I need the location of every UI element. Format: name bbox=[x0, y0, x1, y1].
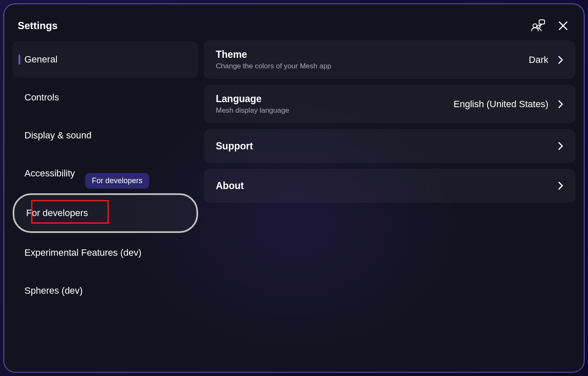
chevron-right-icon bbox=[558, 181, 564, 190]
sidebar-item-label: General bbox=[24, 54, 57, 65]
sidebar-item-label: Accessibility bbox=[24, 168, 75, 179]
chevron-right-icon bbox=[558, 141, 564, 151]
setting-right bbox=[558, 141, 564, 151]
setting-title: Theme bbox=[216, 49, 331, 60]
setting-info: Support bbox=[216, 141, 253, 152]
setting-subtitle: Change the colors of your Mesh app bbox=[216, 62, 331, 70]
setting-row-support[interactable]: Support bbox=[204, 129, 575, 163]
setting-row-about[interactable]: About bbox=[204, 169, 575, 203]
header: Settings bbox=[13, 9, 575, 41]
chevron-right-icon bbox=[558, 55, 564, 65]
sidebar-item-label: Spheres (dev) bbox=[24, 285, 83, 296]
setting-right: English (United States) bbox=[454, 99, 564, 110]
sidebar-item-general[interactable]: General bbox=[13, 41, 198, 78]
sidebar-item-label: Controls bbox=[24, 92, 59, 103]
feedback-button[interactable] bbox=[531, 19, 545, 32]
sidebar-item-controls[interactable]: Controls bbox=[13, 79, 198, 116]
svg-point-0 bbox=[533, 24, 537, 28]
sidebar-item-display-sound[interactable]: Display & sound bbox=[13, 117, 198, 154]
setting-title: Support bbox=[216, 141, 253, 152]
setting-subtitle: Mesh display language bbox=[216, 106, 289, 115]
setting-right bbox=[558, 181, 564, 190]
svg-rect-2 bbox=[539, 20, 545, 24]
setting-info: About bbox=[216, 180, 244, 192]
settings-window: Settings bbox=[3, 3, 585, 373]
chevron-right-icon bbox=[558, 100, 564, 109]
tooltip: For developers bbox=[85, 173, 149, 189]
sidebar-item-for-developers[interactable]: For developers For developers bbox=[13, 193, 198, 233]
setting-title: About bbox=[216, 180, 244, 192]
setting-row-theme[interactable]: Theme Change the colors of your Mesh app… bbox=[204, 41, 575, 79]
setting-info: Theme Change the colors of your Mesh app bbox=[216, 49, 331, 70]
sidebar-item-label: Display & sound bbox=[24, 130, 91, 141]
people-feedback-icon bbox=[531, 19, 545, 32]
main-panel: Theme Change the colors of your Mesh app… bbox=[198, 41, 575, 363]
sidebar-item-experimental-features[interactable]: Experimental Features (dev) bbox=[13, 235, 198, 271]
close-button[interactable] bbox=[558, 21, 568, 30]
setting-title: Language bbox=[216, 93, 289, 105]
sidebar-item-spheres[interactable]: Spheres (dev) bbox=[13, 273, 198, 309]
setting-right: Dark bbox=[529, 54, 564, 65]
setting-info: Language Mesh display language bbox=[216, 93, 289, 115]
setting-value: English (United States) bbox=[454, 99, 548, 110]
setting-row-language[interactable]: Language Mesh display language English (… bbox=[204, 85, 575, 123]
close-icon bbox=[558, 21, 568, 30]
content: General Controls Display & sound Accessi… bbox=[13, 41, 575, 363]
page-title: Settings bbox=[18, 20, 58, 32]
sidebar-item-label: For developers bbox=[26, 208, 88, 219]
header-actions bbox=[531, 19, 568, 32]
sidebar-item-label: Experimental Features (dev) bbox=[24, 247, 142, 258]
sidebar: General Controls Display & sound Accessi… bbox=[13, 41, 198, 363]
setting-value: Dark bbox=[529, 54, 548, 65]
